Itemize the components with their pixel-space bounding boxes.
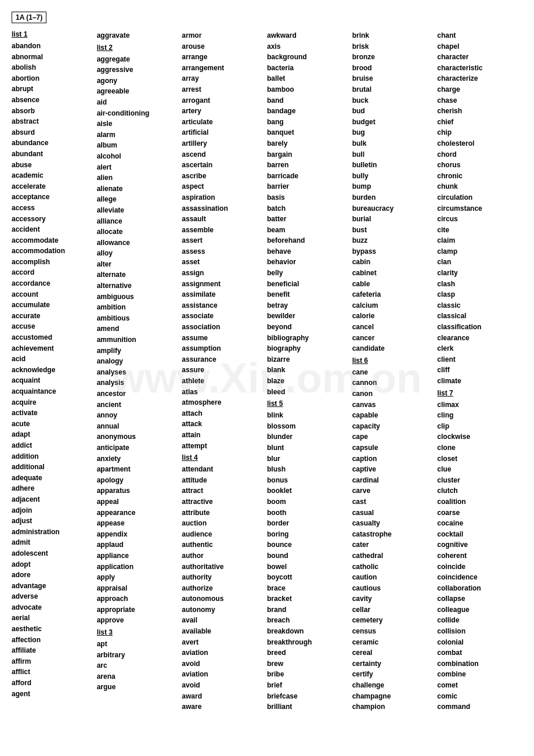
- word-item: agony: [97, 75, 176, 87]
- word-item: alliance: [97, 216, 176, 227]
- word-item: adequate: [12, 473, 91, 484]
- word-item: chronic: [437, 171, 517, 182]
- word-item: brew: [267, 658, 347, 669]
- word-item: assemble: [182, 225, 261, 236]
- word-item: arc: [97, 660, 176, 671]
- word-item: autonomy: [182, 604, 261, 615]
- word-item: certify: [352, 669, 432, 680]
- word-item: blunt: [267, 442, 347, 453]
- word-item: combination: [437, 658, 517, 669]
- word-item: authorize: [182, 583, 261, 594]
- word-item: appropriate: [97, 604, 176, 615]
- word-item: aspiration: [182, 192, 261, 203]
- word-item: canon: [352, 388, 432, 399]
- word-item: analysis: [97, 377, 176, 388]
- word-item: beforehand: [267, 235, 347, 246]
- word-item: cellar: [352, 604, 432, 615]
- word-item: artery: [182, 106, 261, 117]
- word-item: champagne: [352, 691, 432, 702]
- word-item: bug: [352, 127, 432, 138]
- word-item: cognitive: [437, 539, 517, 550]
- word-item: blaze: [267, 376, 347, 387]
- word-item: accessory: [12, 214, 91, 225]
- word-item: album: [97, 140, 176, 151]
- word-item: bracket: [267, 593, 347, 604]
- word-item: capable: [352, 410, 432, 421]
- word-item: abundant: [12, 149, 91, 160]
- word-item: authoritative: [182, 561, 261, 573]
- word-item: breed: [267, 647, 347, 658]
- word-item: admit: [12, 537, 91, 548]
- word-item: accord: [12, 267, 91, 278]
- word-item: brilliant: [267, 701, 347, 712]
- word-item: adapt: [12, 429, 91, 440]
- word-item: blossom: [267, 421, 347, 432]
- word-item: benefit: [267, 289, 347, 300]
- word-item: command: [437, 701, 517, 712]
- word-item: characteristic: [437, 63, 517, 74]
- word-item: adverse: [12, 591, 91, 602]
- word-item: academic: [12, 170, 91, 181]
- word-item: approach: [97, 593, 176, 604]
- word-item: aesthetic: [12, 624, 91, 635]
- word-item: coincidence: [437, 572, 517, 583]
- word-item: cape: [352, 431, 432, 442]
- word-item: abandon: [12, 41, 91, 52]
- word-item: afford: [12, 678, 91, 689]
- word-item: adopt: [12, 559, 91, 570]
- word-item: accomplish: [12, 257, 91, 268]
- word-item: bizarre: [267, 354, 347, 365]
- word-item: available: [182, 626, 261, 637]
- word-item: amend: [97, 323, 176, 334]
- word-item: allowance: [97, 237, 176, 249]
- word-item: coincide: [437, 561, 517, 573]
- word-item: appease: [97, 518, 176, 529]
- word-item: census: [352, 626, 432, 637]
- word-item: arrogant: [182, 95, 261, 106]
- word-item: calorie: [352, 311, 432, 322]
- word-item: buzz: [352, 235, 432, 246]
- word-item: climate: [437, 376, 517, 387]
- word-item: cluster: [437, 475, 517, 486]
- word-item: clasp: [437, 289, 517, 300]
- word-item: clutch: [437, 485, 517, 496]
- col2-list3-words: aptarbitraryarcarenaargue: [97, 639, 176, 693]
- word-item: breakthrough: [267, 637, 347, 648]
- word-item: bacteria: [267, 63, 347, 74]
- col5-list6-words: canecannoncanoncanvascapablecapacitycape…: [352, 367, 432, 712]
- word-item: bowel: [267, 561, 347, 573]
- word-item: cable: [352, 279, 432, 290]
- word-item: chorus: [437, 160, 517, 171]
- word-item: bandage: [267, 106, 347, 117]
- word-item: clockwise: [437, 431, 517, 442]
- word-item: attractive: [182, 496, 261, 507]
- header-box-label: 1A (1–7): [12, 12, 46, 23]
- word-item: association: [182, 322, 261, 333]
- word-item: chapel: [437, 41, 517, 52]
- word-item: assurance: [182, 354, 261, 365]
- word-item: border: [267, 518, 347, 529]
- word-item: authority: [182, 572, 261, 583]
- word-item: coalition: [437, 496, 517, 507]
- word-item: chief: [437, 117, 517, 128]
- word-item: bounce: [267, 539, 347, 550]
- word-item: classification: [437, 322, 517, 333]
- word-item: adjacent: [12, 494, 91, 505]
- word-item: clip: [437, 421, 517, 432]
- word-item: brood: [352, 63, 432, 74]
- word-item: bewilder: [267, 311, 347, 322]
- word-item: combat: [437, 647, 517, 658]
- word-item: acquaintance: [12, 386, 91, 397]
- word-item: blank: [267, 365, 347, 376]
- list3-label: list 3: [97, 628, 176, 636]
- col3-list4-words: attendantattitudeattractattractiveattrib…: [182, 464, 261, 712]
- word-item: boom: [267, 496, 347, 507]
- word-item: attendant: [182, 464, 261, 475]
- word-item: abstract: [12, 116, 91, 127]
- col2-words: aggregateaggressiveagonyagreeableaidair-…: [97, 54, 176, 626]
- word-item: character: [437, 52, 517, 63]
- word-item: cafeteria: [352, 289, 432, 300]
- word-item: abolish: [12, 62, 91, 73]
- word-item: alter: [97, 259, 176, 270]
- word-item: amplify: [97, 345, 176, 357]
